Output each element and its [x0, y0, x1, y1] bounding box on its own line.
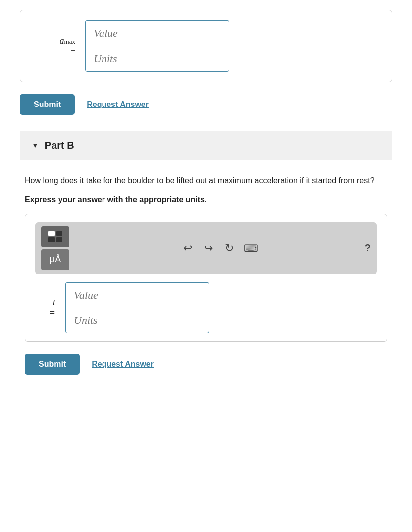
template-icon — [48, 231, 62, 242]
bottom-variable-t: t — [53, 297, 55, 307]
top-units-input[interactable] — [85, 46, 229, 72]
bottom-submit-row: Submit Request Answer — [25, 354, 387, 375]
toolbar-left-group: μÅ — [41, 226, 69, 270]
question-instruction: Express your answer with the appropriate… — [25, 195, 387, 204]
top-input-stack — [85, 20, 229, 72]
math-toolbar: μÅ ↩ ↪ ↻ ⌨ ? — [35, 222, 377, 274]
icon-cell-br — [56, 237, 63, 242]
help-button[interactable]: ? — [365, 242, 371, 254]
top-request-answer-link[interactable]: Request Answer — [87, 100, 149, 109]
bottom-equals: = — [49, 308, 55, 318]
part-b-chevron[interactable]: ▼ — [32, 142, 39, 150]
top-submit-row: Submit Request Answer — [20, 94, 392, 115]
bottom-value-input[interactable] — [65, 282, 209, 308]
top-submit-button[interactable]: Submit — [20, 94, 75, 115]
undo-button[interactable]: ↩ — [181, 240, 194, 257]
refresh-button[interactable]: ↻ — [223, 240, 236, 257]
top-variable-label: amax = — [35, 36, 75, 57]
bottom-answer-row: t = — [35, 282, 377, 333]
part-b-title: Part B — [45, 140, 74, 151]
bottom-submit-button[interactable]: Submit — [25, 354, 80, 375]
icon-cell-tl — [48, 231, 55, 236]
top-equals: = — [71, 47, 75, 56]
keyboard-button[interactable]: ⌨ — [244, 242, 258, 254]
redo-button[interactable]: ↪ — [202, 240, 215, 257]
top-variable-a: a — [60, 36, 64, 46]
question-text: How long does it take for the boulder to… — [25, 174, 387, 187]
question-container: How long does it take for the boulder to… — [20, 174, 392, 375]
icon-cell-bl — [48, 237, 55, 242]
bottom-request-answer-link[interactable]: Request Answer — [92, 360, 154, 369]
icon-cell-tr — [56, 231, 63, 236]
bottom-input-stack — [65, 282, 209, 333]
bottom-units-input[interactable] — [65, 308, 209, 333]
mu-button[interactable]: μÅ — [41, 249, 69, 270]
top-answer-section: amax = — [20, 10, 392, 82]
bottom-variable-label: t = — [35, 297, 55, 318]
toolbar-actions: ↩ ↪ ↻ ⌨ — [79, 240, 361, 257]
bottom-answer-box: μÅ ↩ ↪ ↻ ⌨ ? t = — [25, 214, 387, 342]
top-value-input[interactable] — [85, 20, 229, 46]
part-b-section: ▼ Part B — [20, 131, 392, 160]
template-button[interactable] — [41, 226, 69, 247]
